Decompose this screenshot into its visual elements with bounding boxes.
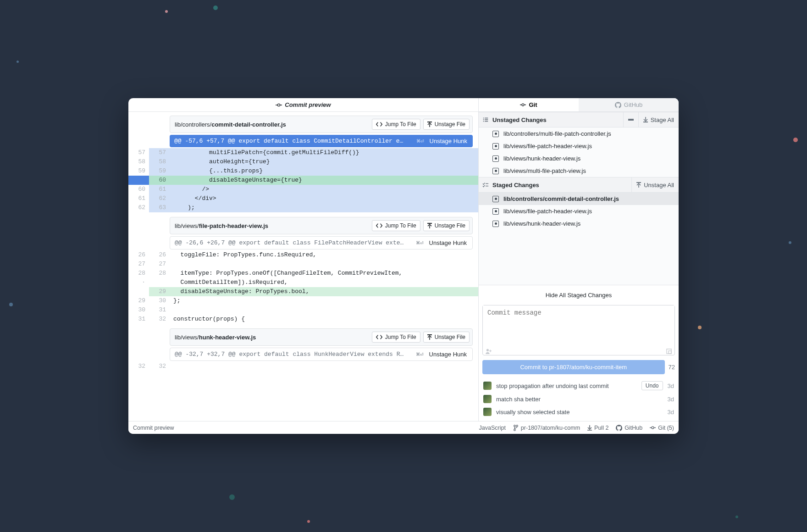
file-item-label: lib/controllers/multi-file-patch-control…	[503, 130, 611, 137]
recent-commit-message: stop propagation after undoing last comm…	[496, 382, 637, 389]
code-row[interactable]: 5757 multiFilePatch={commit.getMultiFile…	[128, 148, 478, 157]
file-block: lib/controllers/commit-detail-controller…	[128, 116, 478, 212]
commit-message-box	[482, 305, 675, 355]
file-item[interactable]: lib/controllers/commit-detail-controller…	[479, 193, 679, 205]
collapse-button[interactable]	[623, 112, 638, 127]
code-row[interactable]: 5959 {...this.props}	[128, 166, 478, 176]
gutter-new	[149, 278, 170, 287]
avatar	[483, 408, 492, 416]
status-language[interactable]: JavaScript	[479, 425, 506, 431]
jump-to-file-button[interactable]: Jump To File	[372, 220, 420, 231]
hunk-header[interactable]: @@ -57,6 +57,7 @@ export default class C…	[170, 135, 473, 147]
unstage-hunk-button[interactable]: Unstage Hunk	[429, 239, 467, 246]
code-text: constructor(props) {	[170, 315, 478, 324]
gutter-old	[128, 287, 149, 296]
unstage-hunk-button[interactable]: Unstage Hunk	[429, 351, 467, 358]
jump-to-file-button[interactable]: Jump To File	[372, 119, 420, 130]
recent-commit-row[interactable]: match sha better3d	[482, 393, 675, 405]
modified-icon	[492, 143, 499, 150]
file-item[interactable]: lib/views/hunk-header-view.js	[479, 152, 679, 165]
hunk-kbd: ⌘⏎	[416, 239, 424, 247]
gutter-new: 57	[149, 148, 170, 157]
commit-message-input[interactable]	[483, 305, 674, 348]
expand-icon[interactable]	[666, 349, 672, 354]
code-row[interactable]: 3132constructor(props) {	[128, 315, 478, 324]
tab-github-label: GitHub	[624, 101, 642, 108]
code-row[interactable]: 3232	[128, 362, 478, 371]
svg-point-25	[514, 425, 515, 427]
status-git[interactable]: Git (5)	[650, 425, 674, 431]
status-left: Commit preview	[133, 425, 472, 431]
file-item[interactable]: lib/views/hunk-header-view.js	[479, 217, 679, 230]
modified-icon	[492, 155, 499, 162]
hunk-text: @@ -26,6 +26,7 @@ export default class F…	[170, 237, 411, 249]
hunk-header[interactable]: @@ -32,7 +32,7 @@ export default class H…	[170, 348, 473, 361]
undo-button[interactable]: Undo	[641, 381, 663, 390]
unstage-file-button[interactable]: Unstage File	[423, 332, 470, 343]
hunk-text: @@ -32,7 +32,7 @@ export default class H…	[170, 348, 411, 360]
code-row[interactable]: 6061 />	[128, 185, 478, 194]
file-header: lib/views/file-patch-header-view.jsJump …	[170, 217, 473, 234]
code-row[interactable]: 3031	[128, 305, 478, 315]
branch-icon	[513, 425, 519, 431]
gutter-new: 58	[149, 157, 170, 166]
gutter-old: 31	[128, 315, 149, 324]
svg-rect-4	[427, 223, 432, 224]
app-main: Commit preview lib/controllers/commit-de…	[128, 98, 679, 421]
unstage-hunk-button[interactable]: Unstage Hunk	[430, 138, 467, 144]
app-window: Commit preview lib/controllers/commit-de…	[128, 98, 679, 434]
up-arrow-icon	[427, 122, 432, 127]
gutter-old: 30	[128, 305, 149, 315]
file-item[interactable]: lib/views/file-patch-header-view.js	[479, 140, 679, 152]
stage-all-button[interactable]: Stage All	[638, 112, 679, 127]
file-header: lib/controllers/commit-detail-controller…	[170, 116, 473, 133]
hunk-actions: ⌘⏎Unstage Hunk	[411, 351, 472, 358]
code-row[interactable]: 2930};	[128, 296, 478, 305]
gutter-old: 32	[128, 362, 149, 371]
unstage-all-button[interactable]: Unstage All	[631, 177, 679, 192]
code-row[interactable]: 5858 autoHeight={true}	[128, 157, 478, 166]
file-item[interactable]: lib/views/multi-file-patch-view.js	[479, 165, 679, 177]
tab-git[interactable]: Git	[479, 98, 579, 111]
code-text: CommitDetailItem]).isRequired,	[170, 278, 478, 287]
file-item-label: lib/views/file-patch-header-view.js	[503, 143, 592, 150]
status-pull[interactable]: Pull 2	[587, 425, 608, 431]
svg-rect-12	[485, 119, 488, 120]
code-row[interactable]: 2828 itemType: PropTypes.oneOf([ChangedF…	[128, 269, 478, 278]
code-row[interactable]: 2626 toggleFile: PropTypes.func.isRequir…	[128, 250, 478, 260]
status-github[interactable]: GitHub	[616, 425, 642, 431]
unstage-file-button[interactable]: Unstage File	[423, 220, 470, 231]
tab-github[interactable]: GitHub	[579, 98, 679, 111]
status-github-label: GitHub	[625, 425, 642, 431]
code-row[interactable]: 6263 );	[128, 203, 478, 212]
code-row[interactable]: 6162 </div>	[128, 194, 478, 203]
code-row[interactable]: · CommitDetailItem]).isRequired,	[128, 278, 478, 287]
svg-point-26	[516, 425, 518, 427]
hide-staged-button[interactable]: Hide All Staged Changes	[482, 289, 675, 301]
code-row[interactable]: 2727	[128, 260, 478, 269]
code-row[interactable]: 29 disableStageUnstage: PropTypes.bool,	[128, 287, 478, 296]
file-item[interactable]: lib/views/file-patch-header-view.js	[479, 205, 679, 217]
unstage-file-button[interactable]: Unstage File	[423, 119, 470, 130]
modified-icon	[492, 221, 499, 227]
commit-area: Hide All Staged Changes Commit to pr-180…	[479, 285, 679, 421]
gutter-old	[128, 176, 149, 185]
recent-commit-row[interactable]: stop propagation after undoing last comm…	[482, 379, 675, 393]
file-item[interactable]: lib/controllers/multi-file-patch-control…	[479, 127, 679, 140]
diff-body[interactable]: lib/controllers/commit-detail-controller…	[128, 112, 478, 421]
file-path: lib/views/hunk-header-view.js	[175, 334, 369, 341]
commit-button[interactable]: Commit to pr-1807/atom/ku-commit-item	[482, 360, 665, 374]
jump-to-file-button[interactable]: Jump To File	[372, 332, 420, 343]
coauthor-icon[interactable]	[486, 349, 492, 354]
recent-commit-row[interactable]: visually show selected state3d	[482, 405, 675, 418]
gutter-new: 31	[149, 305, 170, 315]
status-branch[interactable]: pr-1807/atom/ku-comm	[513, 425, 580, 431]
recent-commit-message: match sha better	[496, 396, 663, 403]
panel-tabs: Git GitHub	[479, 98, 679, 112]
code-row[interactable]: 60 disableStageUnstage={true}	[128, 176, 478, 185]
hunk-header[interactable]: @@ -26,6 +26,7 @@ export default class F…	[170, 236, 473, 249]
svg-point-27	[514, 429, 515, 431]
svg-rect-10	[485, 118, 488, 119]
file-item-label: lib/views/hunk-header-view.js	[503, 220, 580, 227]
modified-icon	[492, 131, 499, 137]
